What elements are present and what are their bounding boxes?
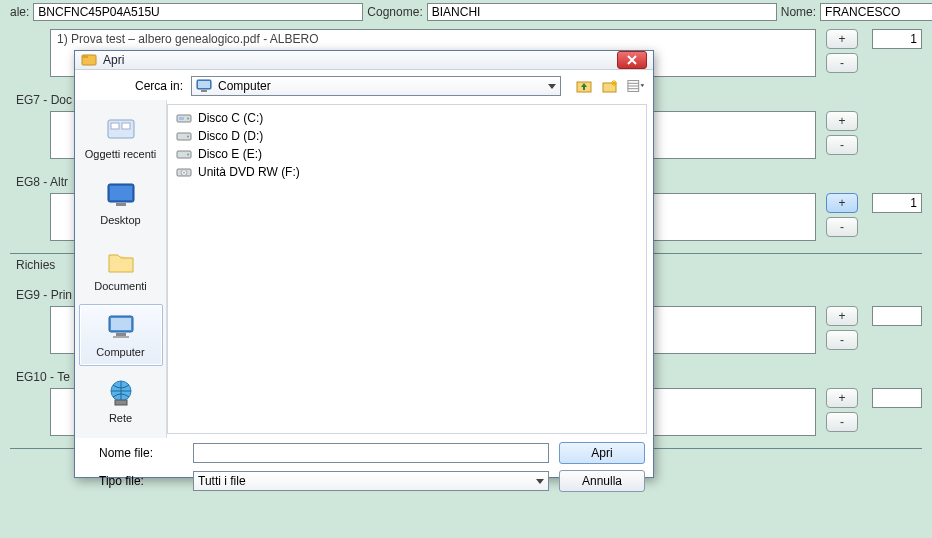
place-network[interactable]: Rete [79, 370, 163, 432]
filename-label: Nome file: [83, 446, 183, 460]
place-desktop[interactable]: Desktop [79, 172, 163, 234]
up-folder-button[interactable] [575, 77, 593, 95]
svg-rect-20 [116, 203, 126, 206]
pm-col: + - [826, 111, 858, 155]
hdd-icon [176, 148, 192, 160]
add-button[interactable]: + [826, 306, 858, 326]
drive-item[interactable]: Disco E (E:) [174, 145, 640, 163]
pm-col: + - [826, 306, 858, 350]
header-row: ale: Cognome: Nome: [10, 1, 922, 23]
lookin-row: Cerca in: Computer [75, 70, 653, 100]
toolbar-icons [575, 77, 645, 95]
label-nome: Nome: [781, 5, 816, 19]
lookin-dropdown[interactable]: Computer [191, 76, 561, 96]
drive-item[interactable]: Disco D (D:) [174, 127, 640, 145]
titlebar[interactable]: Apri [75, 51, 653, 70]
drive-item[interactable]: Disco C (C:) [174, 109, 640, 127]
network-icon [104, 378, 138, 408]
remove-button[interactable]: - [826, 217, 858, 237]
bottom-form: Nome file: Apri Tipo file: Tutti i file … [75, 438, 653, 502]
pm-col: + - [826, 193, 858, 237]
drive-item[interactable]: Unità DVD RW (F:) [174, 163, 640, 181]
place-label: Oggetti recenti [85, 148, 157, 160]
svg-rect-24 [113, 336, 129, 338]
count-box[interactable] [872, 193, 922, 213]
lookin-label: Cerca in: [83, 79, 183, 93]
dialog-body: Oggetti recenti Desktop Documenti Comput… [75, 100, 653, 438]
open-file-dialog: Apri Cerca in: Computer [74, 50, 654, 478]
count-box[interactable] [872, 306, 922, 326]
svg-point-33 [187, 154, 189, 156]
remove-button[interactable]: - [826, 330, 858, 350]
new-folder-button[interactable] [601, 77, 619, 95]
place-label: Desktop [100, 214, 140, 226]
svg-rect-29 [179, 117, 184, 120]
svg-point-31 [187, 136, 189, 138]
svg-rect-19 [110, 186, 132, 200]
place-label: Computer [96, 346, 144, 358]
count-box[interactable] [872, 29, 922, 49]
label-cognome: Cognome: [367, 5, 422, 19]
open-button[interactable]: Apri [559, 442, 645, 464]
add-button[interactable]: + [826, 111, 858, 131]
folder-icon [104, 246, 138, 276]
file-entry: 1) Prova test – albero genealogico.pdf -… [57, 32, 809, 46]
recent-icon [104, 114, 138, 144]
svg-rect-23 [116, 333, 126, 336]
chevron-down-icon [536, 479, 544, 484]
place-label: Rete [109, 412, 132, 424]
app-icon [81, 52, 97, 68]
close-icon [627, 55, 637, 65]
add-button[interactable]: + [826, 388, 858, 408]
dvd-icon [176, 166, 192, 178]
drive-label: Disco C (C:) [198, 111, 263, 125]
lookin-value: Computer [218, 79, 271, 93]
filetype-dropdown[interactable]: Tutti i file [193, 471, 549, 491]
input-cognome[interactable] [427, 3, 777, 21]
hdd-icon [176, 130, 192, 142]
svg-rect-26 [115, 400, 127, 405]
svg-rect-4 [201, 90, 207, 92]
remove-button[interactable]: - [826, 412, 858, 432]
places-bar: Oggetti recenti Desktop Documenti Comput… [75, 100, 167, 438]
place-label: Documenti [94, 280, 147, 292]
label-ale: ale: [10, 5, 29, 19]
filename-input[interactable] [193, 443, 549, 463]
dialog-title: Apri [103, 53, 124, 67]
drive-label: Disco D (D:) [198, 129, 263, 143]
svg-point-36 [183, 172, 185, 174]
input-nome[interactable] [820, 3, 932, 21]
place-recent[interactable]: Oggetti recenti [79, 106, 163, 168]
filetype-value: Tutti i file [198, 474, 246, 488]
filetype-label: Tipo file: [83, 474, 183, 488]
remove-button[interactable]: - [826, 135, 858, 155]
svg-rect-22 [111, 318, 131, 330]
place-computer[interactable]: Computer [79, 304, 163, 366]
svg-rect-1 [82, 55, 88, 58]
cancel-button[interactable]: Annulla [559, 470, 645, 492]
svg-point-28 [187, 118, 189, 120]
pm-col: + - [826, 388, 858, 432]
svg-rect-17 [122, 123, 130, 129]
view-menu-button[interactable] [627, 77, 645, 95]
input-ale[interactable] [33, 3, 363, 21]
computer-icon [196, 79, 212, 93]
desktop-icon [104, 180, 138, 210]
remove-button[interactable]: - [826, 53, 858, 73]
pm-col: + - [826, 29, 858, 73]
hdd-icon [176, 112, 192, 124]
chevron-down-icon [548, 84, 556, 89]
close-button[interactable] [617, 51, 647, 69]
drive-label: Disco E (E:) [198, 147, 262, 161]
svg-rect-3 [198, 81, 210, 88]
svg-rect-16 [111, 123, 119, 129]
file-list[interactable]: Disco C (C:) Disco D (D:) Disco E (E:) U… [167, 104, 647, 434]
add-button[interactable]: + [826, 29, 858, 49]
add-button[interactable]: + [826, 193, 858, 213]
place-documents[interactable]: Documenti [79, 238, 163, 300]
drive-label: Unità DVD RW (F:) [198, 165, 300, 179]
count-box[interactable] [872, 388, 922, 408]
computer-icon [104, 312, 138, 342]
